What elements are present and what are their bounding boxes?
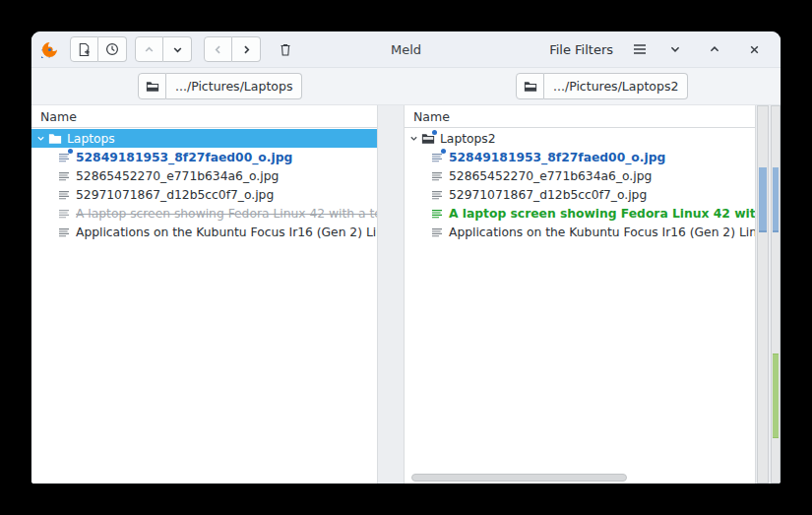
delete-button[interactable] <box>273 36 298 62</box>
file-icon <box>429 188 444 202</box>
meld-window: Meld File Filters .../Pictures/Laptops <box>31 32 781 483</box>
file-icon <box>429 225 444 239</box>
titlebar-right-controls: File Filters <box>541 36 771 62</box>
copy-left-right-group <box>204 36 261 62</box>
copy-right-button[interactable] <box>232 36 261 62</box>
new-comparison-button[interactable] <box>70 36 98 62</box>
folder-icon <box>47 132 62 146</box>
horizontal-scrollbar-thumb[interactable] <box>411 474 627 482</box>
diff-marker-modified <box>759 167 767 232</box>
file-name: 52865452270_e771b634a6_o.jpg <box>76 169 279 183</box>
left-file-tree: Laptops 52849181953_8f27faed00_o.jpg 528… <box>31 128 377 241</box>
file-row[interactable]: Applications on the Kubuntu Focus Ir16 (… <box>31 223 377 241</box>
right-file-tree: Laptops2 52849181953_8f27faed00_o.jpg 52… <box>405 128 755 241</box>
file-row[interactable]: 52849181953_8f27faed00_o.jpg <box>31 148 377 166</box>
file-icon <box>56 151 71 164</box>
file-row[interactable]: Applications on the Kubuntu Focus Ir16 (… <box>405 223 755 241</box>
file-icon <box>429 207 444 221</box>
previous-change-button[interactable] <box>135 36 163 62</box>
next-change-button[interactable] <box>163 36 192 62</box>
file-name: Applications on the Kubuntu Focus Ir16 (… <box>76 225 377 239</box>
file-name: 52971071867_d12b5cc0f7_o.jpg <box>449 188 647 202</box>
pathbar: .../Pictures/Laptops .../Pictures/Laptop… <box>31 68 781 105</box>
file-row-missing[interactable]: A laptop screen showing Fedora Linux 42 … <box>31 204 377 223</box>
folder-row-laptops[interactable]: Laptops <box>31 129 377 148</box>
file-icon <box>429 151 444 164</box>
minimize-button[interactable] <box>658 36 692 62</box>
modified-dot-icon <box>441 149 446 154</box>
file-name: 52849181953_8f27faed00_o.jpg <box>76 151 292 164</box>
hamburger-menu-button[interactable] <box>627 36 653 62</box>
left-path-group: .../Pictures/Laptops <box>138 73 302 99</box>
titlebar: Meld File Filters <box>31 32 781 68</box>
file-row-new[interactable]: A laptop screen showing Fedora Linux 42 … <box>405 204 755 223</box>
left-path-button[interactable]: .../Pictures/Laptops <box>166 73 302 99</box>
folder-row-laptops2[interactable]: Laptops2 <box>405 129 755 148</box>
file-row[interactable]: 52865452270_e771b634a6_o.jpg <box>405 166 755 185</box>
right-open-folder-button[interactable] <box>516 73 544 99</box>
file-name: A laptop screen showing Fedora Linux 42 … <box>76 207 377 221</box>
vertical-scrollbar[interactable] <box>757 105 769 483</box>
file-name: A laptop screen showing Fedora Linux 42 … <box>449 207 755 221</box>
right-name-column-header[interactable]: Name <box>405 105 755 128</box>
right-path-group: .../Pictures/Laptops2 <box>516 73 688 99</box>
right-path-button[interactable]: .../Pictures/Laptops2 <box>544 73 688 99</box>
folder-icon <box>420 132 435 146</box>
modified-dot-icon <box>68 149 73 154</box>
maximize-button[interactable] <box>698 36 731 62</box>
file-row[interactable]: 52865452270_e771b634a6_o.jpg <box>31 166 377 185</box>
file-icon <box>56 207 71 221</box>
file-name: 52849181953_8f27faed00_o.jpg <box>449 151 665 164</box>
file-row[interactable]: 52849181953_8f27faed00_o.jpg <box>405 148 755 166</box>
expander-icon[interactable] <box>407 134 420 143</box>
diff-overview-map[interactable] <box>771 105 781 483</box>
close-button[interactable] <box>737 36 771 62</box>
diff-marker-modified <box>773 167 779 232</box>
file-icon <box>56 188 71 202</box>
file-icon <box>56 169 71 183</box>
file-row[interactable]: 52971071867_d12b5cc0f7_o.jpg <box>31 185 377 204</box>
meld-app-icon <box>41 41 58 58</box>
folder-name: Laptops2 <box>440 132 496 146</box>
comparison-content: Name Laptops 52849181953_8f27faed00_o.jp… <box>31 105 781 483</box>
comparison-button-group <box>70 36 127 62</box>
right-pane: Name Laptops2 52849181953_8f27faed00_o.j… <box>404 105 756 483</box>
file-icon <box>56 225 71 239</box>
file-name: Applications on the Kubuntu Focus Ir16 (… <box>449 225 755 239</box>
left-pane: Name Laptops 52849181953_8f27faed00_o.jp… <box>31 105 378 483</box>
left-name-column-header[interactable]: Name <box>31 105 377 128</box>
file-name: 52971071867_d12b5cc0f7_o.jpg <box>76 188 274 202</box>
prev-next-change-group <box>135 36 192 62</box>
file-row[interactable]: 52971071867_d12b5cc0f7_o.jpg <box>405 185 755 204</box>
file-icon <box>429 169 444 183</box>
diff-marker-new <box>773 354 779 438</box>
recent-comparisons-button[interactable] <box>98 36 127 62</box>
copy-left-button[interactable] <box>204 36 232 62</box>
left-open-folder-button[interactable] <box>138 73 166 99</box>
file-filters-button[interactable]: File Filters <box>541 36 621 62</box>
file-name: 52865452270_e771b634a6_o.jpg <box>449 169 652 183</box>
folder-name: Laptops <box>67 132 115 146</box>
expander-icon[interactable] <box>34 134 47 143</box>
modified-dot-icon <box>432 130 437 135</box>
